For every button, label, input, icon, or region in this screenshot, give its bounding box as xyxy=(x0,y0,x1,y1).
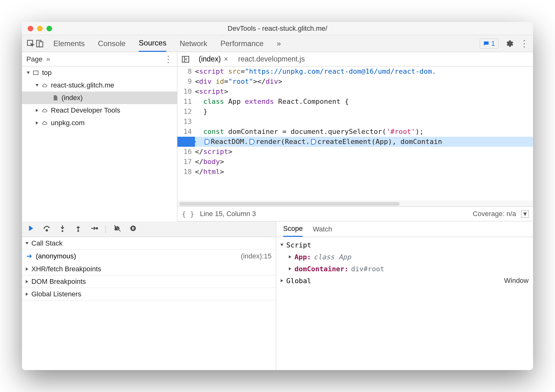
file-icon xyxy=(52,95,58,101)
tab-console[interactable]: Console xyxy=(98,35,126,52)
code-line-11[interactable]: 11 class App extends React.Component { xyxy=(177,97,533,107)
file-tab-react-dev[interactable]: react.development.js xyxy=(237,55,306,63)
tree-domain[interactable]: react-stuck.glitch.me xyxy=(22,79,177,92)
cloud-icon xyxy=(41,120,48,126)
call-stack-header[interactable]: Call Stack xyxy=(22,237,276,250)
tree-index-label: (index) xyxy=(62,94,83,102)
tree-top-label: top xyxy=(42,69,52,77)
code-line-13[interactable]: 13 xyxy=(177,117,533,127)
tree-rdt[interactable]: React Developer Tools xyxy=(22,104,177,117)
step-out-button[interactable] xyxy=(74,224,82,234)
code-line-17[interactable]: 17</body> xyxy=(177,157,533,167)
tab-elements[interactable]: Elements xyxy=(53,35,85,52)
maximize-window-button[interactable] xyxy=(46,26,52,31)
coverage-dropdown-icon[interactable]: ▾ xyxy=(521,210,529,218)
window-title: DevTools - react-stuck.glitch.me/ xyxy=(228,24,327,33)
panel-tabs: Elements Console Sources Network Perform… xyxy=(53,35,281,52)
navigator-sidebar: Page » ⋮ top react-stuck.glitch.me xyxy=(22,52,177,221)
svg-rect-12 xyxy=(132,227,133,230)
close-tab-icon[interactable]: × xyxy=(224,55,228,63)
tab-sources[interactable]: Sources xyxy=(139,35,166,52)
tree-unpkg-label: unpkg.com xyxy=(51,119,85,127)
tab-performance[interactable]: Performance xyxy=(220,35,263,52)
code-line-14[interactable]: 14 const domContainer = document.querySe… xyxy=(177,127,533,137)
coverage-label: Coverage: n/a xyxy=(473,210,516,218)
step-button[interactable] xyxy=(90,224,98,234)
close-window-button[interactable] xyxy=(28,26,33,31)
kebab-menu-icon[interactable]: ⋮ xyxy=(520,39,529,48)
code-area[interactable]: 8<script src="https://unpkg.com/react-do… xyxy=(177,66,533,201)
tree-unpkg[interactable]: unpkg.com xyxy=(22,117,177,129)
chat-icon xyxy=(483,40,489,47)
resume-button[interactable] xyxy=(27,224,35,234)
svg-rect-13 xyxy=(133,227,134,230)
svg-point-9 xyxy=(96,227,98,229)
issues-count: 1 xyxy=(491,40,495,48)
titlebar: DevTools - react-stuck.glitch.me/ xyxy=(22,22,533,35)
tree-rdt-label: React Developer Tools xyxy=(51,106,120,114)
device-toolbar-icon[interactable] xyxy=(35,39,44,48)
dom-breakpoints-header[interactable]: DOM Breakpoints xyxy=(22,275,276,288)
tabs-overflow[interactable]: » xyxy=(277,35,281,52)
cursor-position: Line 15, Column 3 xyxy=(200,210,256,218)
frame-icon xyxy=(33,70,39,76)
navigator-tab-page[interactable]: Page xyxy=(26,55,42,63)
settings-gear-icon[interactable] xyxy=(505,39,514,48)
navigator-menu-icon[interactable]: ⋮ xyxy=(164,54,173,64)
tree-file-index[interactable]: (index) xyxy=(22,92,177,104)
cloud-icon xyxy=(41,107,48,114)
scope-global-value: Window xyxy=(504,277,529,285)
svg-point-7 xyxy=(62,230,63,231)
svg-point-6 xyxy=(46,230,47,231)
tab-network[interactable]: Network xyxy=(180,35,207,52)
pretty-print-icon[interactable]: { } xyxy=(182,210,194,218)
scope-script[interactable]: Script xyxy=(281,239,529,251)
horizontal-scrollbar[interactable] xyxy=(177,201,533,206)
step-into-button[interactable] xyxy=(58,224,67,234)
toggle-navigator-icon[interactable] xyxy=(181,55,190,64)
frame-location: (index):15 xyxy=(241,252,272,260)
cloud-icon xyxy=(41,82,48,88)
navigator-tabs-overflow[interactable]: » xyxy=(46,55,50,63)
tab-watch[interactable]: Watch xyxy=(313,221,332,237)
svg-rect-2 xyxy=(39,42,43,47)
code-line-10[interactable]: 10<script> xyxy=(177,87,533,97)
current-frame-arrow-icon: ➔ xyxy=(26,252,32,260)
debugger-toolbar xyxy=(22,221,276,237)
stack-frame[interactable]: ➔ (anonymous) (index):15 xyxy=(22,250,276,263)
pause-on-exceptions-button[interactable] xyxy=(129,224,137,234)
issues-badge[interactable]: 1 xyxy=(480,39,498,49)
devtools-toolbar: Elements Console Sources Network Perform… xyxy=(22,35,533,52)
inspect-element-icon[interactable] xyxy=(26,39,35,48)
file-tab-index[interactable]: (index) × xyxy=(197,55,229,63)
tab-scope[interactable]: Scope xyxy=(283,221,303,237)
scope-global[interactable]: GlobalWindow xyxy=(281,275,529,287)
code-line-15[interactable]: 15 ReactDOM.render(React.createElement(A… xyxy=(177,137,533,147)
code-line-12[interactable]: 12 } xyxy=(177,107,533,117)
xhr-breakpoints-header[interactable]: XHR/fetch Breakpoints xyxy=(22,263,276,275)
scope-var-domcontainer[interactable]: domContainer:div#root xyxy=(281,263,529,275)
code-editor: (index) × react.development.js 8<script … xyxy=(177,52,533,221)
global-listeners-header[interactable]: Global Listeners xyxy=(22,288,276,300)
deactivate-breakpoints-button[interactable] xyxy=(113,224,121,234)
code-line-9[interactable]: 9<div id="root"></div> xyxy=(177,77,533,87)
svg-point-8 xyxy=(77,230,79,231)
tree-domain-label: react-stuck.glitch.me xyxy=(51,81,114,89)
code-line-16[interactable]: 16</script> xyxy=(177,147,533,157)
scope-var-app[interactable]: App:class App xyxy=(281,251,529,263)
step-over-button[interactable] xyxy=(43,224,51,234)
code-line-18[interactable]: 18</html> xyxy=(177,167,533,177)
tree-top[interactable]: top xyxy=(22,66,177,79)
minimize-window-button[interactable] xyxy=(37,26,43,31)
svg-rect-3 xyxy=(34,71,38,75)
code-line-8[interactable]: 8<script src="https://unpkg.com/react-do… xyxy=(177,66,533,77)
